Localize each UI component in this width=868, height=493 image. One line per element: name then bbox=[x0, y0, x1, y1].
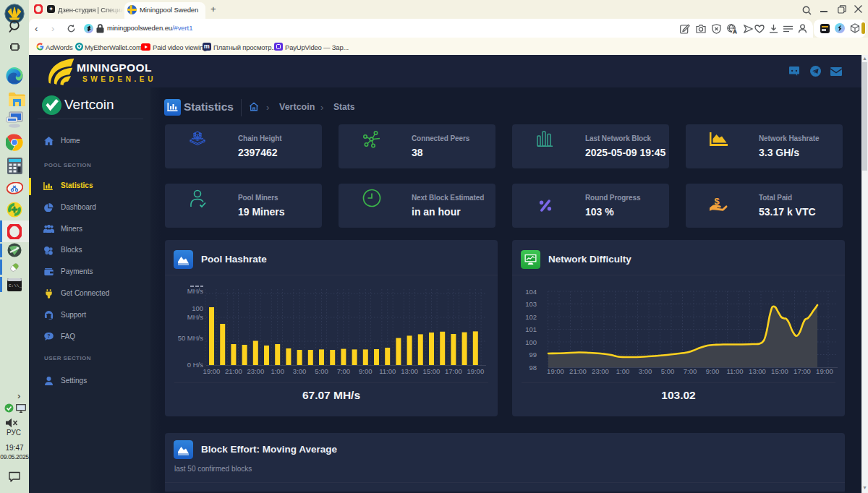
svg-text:9:00: 9:00 bbox=[706, 367, 720, 375]
svg-text:MH/s: MH/s bbox=[187, 313, 203, 321]
svg-text:104: 104 bbox=[525, 288, 537, 296]
svg-text:17:00: 17:00 bbox=[445, 367, 462, 375]
svg-text:17:00: 17:00 bbox=[793, 367, 811, 375]
svg-text:103: 103 bbox=[525, 300, 537, 308]
svg-text:5:00: 5:00 bbox=[661, 367, 675, 375]
svg-text:1:00: 1:00 bbox=[271, 367, 284, 375]
svg-text:13:00: 13:00 bbox=[749, 367, 766, 375]
svg-text:3:00: 3:00 bbox=[639, 367, 652, 375]
svg-text:MH/s: MH/s bbox=[187, 287, 203, 295]
svg-text:99: 99 bbox=[529, 351, 537, 359]
svg-text:0 H/s: 0 H/s bbox=[187, 361, 203, 369]
svg-text:19:00: 19:00 bbox=[203, 367, 221, 375]
svg-text:100: 100 bbox=[525, 338, 537, 346]
svg-text:11:00: 11:00 bbox=[379, 367, 396, 375]
svg-text:19:00: 19:00 bbox=[467, 367, 484, 375]
svg-text:15:00: 15:00 bbox=[771, 367, 788, 375]
svg-text:13:00: 13:00 bbox=[401, 367, 418, 375]
svg-text:11:00: 11:00 bbox=[726, 367, 743, 375]
svg-text:?: ? bbox=[47, 333, 50, 338]
svg-text:100: 100 bbox=[192, 304, 203, 312]
svg-text:102: 102 bbox=[525, 313, 537, 321]
svg-text:A: A bbox=[733, 29, 737, 34]
svg-text:9:00: 9:00 bbox=[359, 367, 373, 375]
svg-text:19:00: 19:00 bbox=[816, 367, 833, 375]
svg-text:21:00: 21:00 bbox=[569, 367, 587, 375]
svg-text:1:00: 1:00 bbox=[616, 367, 630, 375]
svg-text:19:00: 19:00 bbox=[547, 367, 564, 375]
svg-text:3:00: 3:00 bbox=[293, 367, 307, 375]
svg-text:7:00: 7:00 bbox=[684, 367, 697, 375]
svg-text:7:00: 7:00 bbox=[337, 367, 351, 375]
svg-text:101: 101 bbox=[525, 325, 537, 333]
svg-text:21:00: 21:00 bbox=[225, 367, 242, 375]
svg-text:5:00: 5:00 bbox=[315, 367, 328, 375]
svg-text:50 MH/s: 50 MH/s bbox=[178, 334, 204, 342]
svg-text:C:\\_: C:\\_ bbox=[9, 283, 22, 288]
svg-text:23:00: 23:00 bbox=[247, 367, 264, 375]
svg-text:15:00: 15:00 bbox=[423, 367, 441, 375]
svg-text:23:00: 23:00 bbox=[592, 367, 609, 375]
svg-text:98: 98 bbox=[529, 364, 537, 372]
